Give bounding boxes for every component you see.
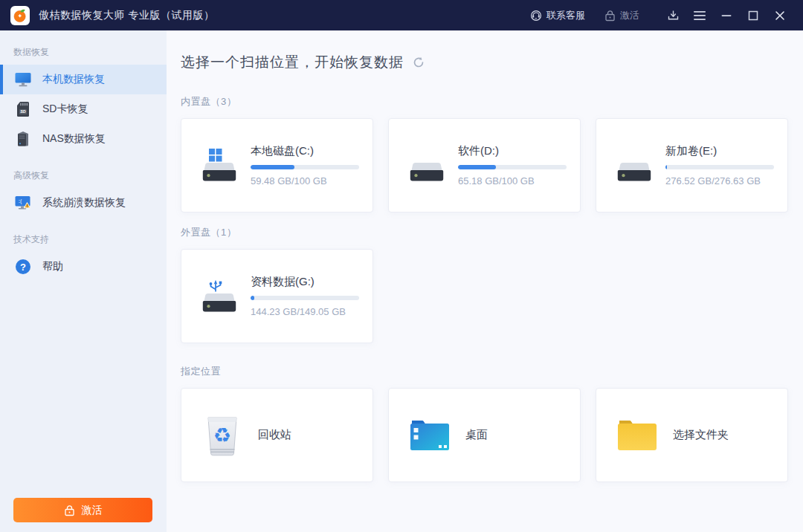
minimize-button[interactable] bbox=[715, 4, 738, 27]
close-button[interactable] bbox=[769, 4, 791, 27]
svg-text::(: :( bbox=[19, 198, 22, 204]
refresh-button[interactable] bbox=[411, 55, 426, 70]
drive-capacity: 59.48 GB/100 GB bbox=[251, 175, 359, 186]
minimize-icon bbox=[720, 10, 732, 22]
maximize-button[interactable] bbox=[742, 4, 764, 27]
drive-info: 本地磁盘(C:) 59.48 GB/100 GB bbox=[251, 144, 359, 186]
desktop-folder-icon bbox=[409, 419, 451, 452]
main-content: 选择一个扫描位置，开始恢复数据 内置盘（3） bbox=[167, 30, 803, 532]
section-label-internal-disks: 内置盘（3） bbox=[181, 95, 803, 108]
sidebar-item-label: 本机数据恢复 bbox=[42, 73, 105, 86]
sidebar-item-crashed-system-recovery[interactable]: :( 系统崩溃数据恢复 bbox=[0, 188, 167, 218]
crashed-system-icon: :( bbox=[13, 194, 33, 212]
sidebar-section-header: 技术支持 bbox=[13, 233, 167, 246]
hard-drive-icon bbox=[408, 149, 445, 183]
svg-text:SD: SD bbox=[20, 109, 26, 114]
location-card-desktop[interactable]: 桌面 bbox=[388, 388, 581, 482]
sidebar-item-label: 系统崩溃数据恢复 bbox=[42, 196, 126, 210]
sidebar-item-help[interactable]: ? 帮助 bbox=[0, 252, 167, 282]
drive-card-g[interactable]: 资料数据(G:) 144.23 GB/149.05 GB bbox=[181, 249, 373, 343]
sidebar-section-header: 数据恢复 bbox=[13, 46, 167, 59]
nas-server-icon bbox=[13, 130, 33, 148]
contact-support-button[interactable]: 联系客服 bbox=[530, 9, 585, 22]
orange-fruit-logo-icon bbox=[13, 8, 28, 23]
sidebar-item-label: 帮助 bbox=[42, 260, 63, 273]
drive-capacity: 144.23 GB/149.05 GB bbox=[251, 306, 359, 317]
location-card-choose-folder[interactable]: 选择文件夹 bbox=[596, 388, 788, 482]
close-icon bbox=[774, 10, 786, 22]
choose-folder-icon bbox=[616, 419, 658, 452]
sidebar-item-local-recovery[interactable]: 本机数据恢复 bbox=[0, 65, 167, 94]
drive-info: 软件(D:) 65.18 GB/100 GB bbox=[458, 144, 567, 186]
titlebar-activate-button[interactable]: 激活 bbox=[604, 9, 639, 22]
lock-icon bbox=[604, 10, 616, 22]
sidebar-item-sd-card-recovery[interactable]: SD SD卡恢复 bbox=[0, 94, 167, 124]
titlebar-activate-label: 激活 bbox=[620, 9, 639, 22]
location-label: 选择文件夹 bbox=[673, 428, 729, 442]
refresh-icon bbox=[413, 56, 425, 68]
menu-icon bbox=[693, 10, 706, 21]
drive-info: 新加卷(E:) 276.52 GB/276.63 GB bbox=[665, 144, 774, 186]
section-label-external-disks: 外置盘（1） bbox=[181, 226, 803, 239]
recycle-bin-icon: ♻ bbox=[201, 415, 243, 456]
drive-usage-bar bbox=[665, 165, 774, 169]
drive-name: 软件(D:) bbox=[458, 144, 567, 158]
download-icon bbox=[667, 9, 680, 22]
location-card-recycle-bin[interactable]: ♻ 回收站 bbox=[181, 388, 373, 482]
drive-usage-bar bbox=[251, 296, 359, 300]
contact-support-label: 联系客服 bbox=[546, 9, 585, 22]
sd-card-icon: SD bbox=[13, 100, 33, 118]
location-label: 回收站 bbox=[258, 428, 291, 442]
drive-card-c[interactable]: 本地磁盘(C:) 59.48 GB/100 GB bbox=[181, 118, 373, 213]
section-label-specified-locations: 指定位置 bbox=[181, 365, 803, 378]
activate-button-label: 激活 bbox=[82, 504, 103, 517]
drive-card-d[interactable]: 软件(D:) 65.18 GB/100 GB bbox=[388, 118, 581, 213]
headset-icon bbox=[530, 10, 542, 22]
system-drive-icon bbox=[201, 149, 238, 183]
sidebar-item-nas-recovery[interactable]: NAS数据恢复 bbox=[0, 124, 167, 154]
location-label: 桌面 bbox=[465, 428, 488, 442]
drive-capacity: 65.18 GB/100 GB bbox=[458, 175, 567, 186]
download-button[interactable] bbox=[662, 4, 684, 27]
svg-text:?: ? bbox=[20, 262, 26, 273]
titlebar: 傲桔数据恢复大师 专业版（试用版） 联系客服 激活 bbox=[0, 0, 803, 30]
drive-info: 资料数据(G:) 144.23 GB/149.05 GB bbox=[251, 275, 359, 317]
monitor-icon bbox=[13, 71, 33, 88]
sidebar-item-label: SD卡恢复 bbox=[42, 103, 88, 116]
drive-name: 资料数据(G:) bbox=[251, 275, 359, 289]
sidebar-item-label: NAS数据恢复 bbox=[42, 132, 106, 146]
drive-capacity: 276.52 GB/276.63 GB bbox=[665, 175, 774, 186]
app-title: 傲桔数据恢复大师 专业版（试用版） bbox=[39, 9, 214, 22]
app-logo bbox=[10, 6, 30, 25]
svg-text:♻: ♻ bbox=[213, 424, 231, 447]
activate-button[interactable]: 激活 bbox=[13, 498, 152, 522]
help-icon: ? bbox=[13, 258, 33, 276]
sidebar: 数据恢复 本机数据恢复 bbox=[0, 30, 167, 532]
usb-drive-icon bbox=[201, 279, 238, 314]
drive-name: 新加卷(E:) bbox=[665, 144, 774, 158]
drive-usage-bar bbox=[458, 165, 567, 169]
page-title: 选择一个扫描位置，开始恢复数据 bbox=[181, 53, 404, 72]
drive-card-e[interactable]: 新加卷(E:) 276.52 GB/276.63 GB bbox=[596, 118, 788, 213]
drive-usage-bar bbox=[251, 165, 359, 169]
menu-button[interactable] bbox=[688, 4, 711, 27]
window-body: 数据恢复 本机数据恢复 bbox=[0, 30, 803, 532]
app-window: 傲桔数据恢复大师 专业版（试用版） 联系客服 激活 bbox=[0, 0, 803, 532]
maximize-icon bbox=[747, 10, 759, 22]
drive-name: 本地磁盘(C:) bbox=[251, 144, 359, 158]
hard-drive-icon bbox=[616, 149, 653, 183]
lock-icon bbox=[64, 505, 75, 516]
sidebar-section-header: 高级恢复 bbox=[13, 169, 167, 182]
